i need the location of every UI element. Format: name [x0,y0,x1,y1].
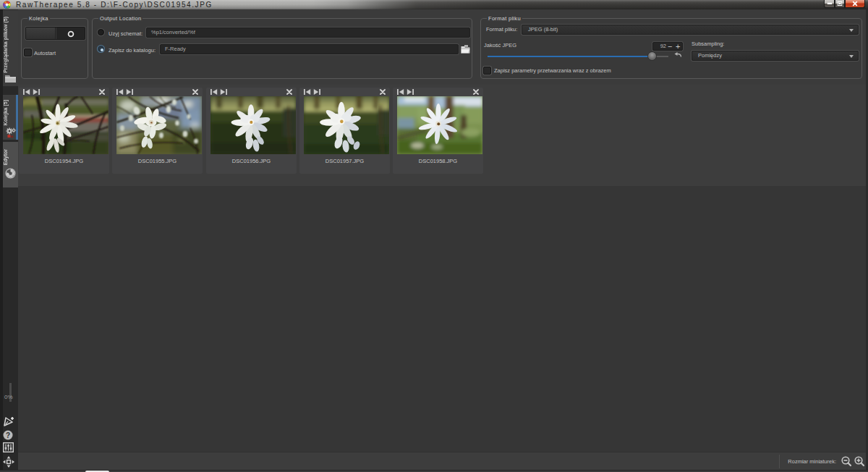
svg-text:?: ? [6,431,10,439]
